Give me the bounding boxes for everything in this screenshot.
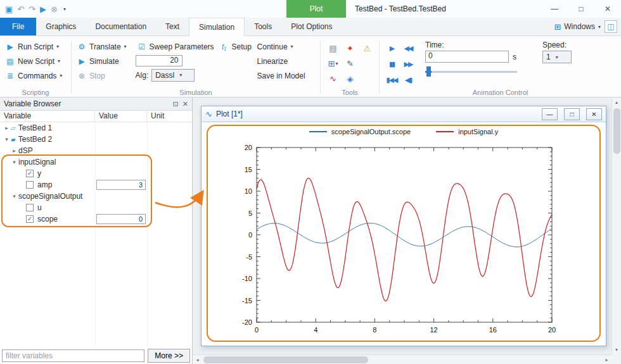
tree-row-y[interactable]: ✓y [0,168,192,179]
window-title: TestBed - TestBed.TestBed [355,0,446,18]
vertical-scroll-thumb[interactable] [613,108,620,154]
column-header-unit[interactable]: Unit [147,111,192,122]
setup-button[interactable]: t₁ Setup [217,39,255,54]
undo-icon[interactable]: ↶ [17,5,24,13]
svg-text:5: 5 [248,210,252,217]
tab-simulation[interactable]: Simulation [189,18,245,36]
plot-minimize-button[interactable]: — [542,108,558,120]
animation-forward-icon[interactable]: ▶▶ [400,56,416,72]
plot-tool-icon[interactable]: ∿ [324,71,342,86]
float-panel-icon[interactable]: ⊡ [173,100,179,108]
plot-close-button[interactable]: ✕ [586,108,602,120]
model-center-cube-icon[interactable]: ◈ [342,71,359,86]
animation-rewind-icon[interactable]: ◀◀ [400,41,416,56]
tab-text[interactable]: Text [156,18,189,35]
tree-row-u[interactable]: u [0,202,192,213]
plot-restore-button[interactable]: □ [564,108,580,120]
save-in-model-button[interactable]: Save in Model [255,68,317,83]
contextual-tab-plot[interactable]: Plot [286,0,346,18]
value-field-scope[interactable]: 0 [96,214,146,224]
column-header-variable[interactable]: Variable [0,111,95,122]
scroll-up-icon[interactable]: ▴ [615,97,618,107]
run-script-button[interactable]: ▶ Run Script ▾ [4,39,68,54]
algorithm-dropdown[interactable]: Dassl ▾ [151,69,195,82]
minimize-button[interactable]: — [541,0,568,18]
new-script-button[interactable]: ▤ New Script ▾ [4,54,68,68]
ribbon-group-scripting: ▶ Run Script ▾ ▤ New Script ▾ ≣ Commands… [0,38,71,97]
scroll-right-icon[interactable]: ▸ [602,357,611,363]
sweep-parameters-button[interactable]: ☑ Sweep Parameters [136,39,218,54]
close-button[interactable]: ✕ [594,0,621,18]
scroll-down-icon[interactable]: ▾ [615,345,618,355]
translate-button[interactable]: ⚙ Translate ▾ [75,39,136,54]
windows-menu[interactable]: ⊞ Windows ▾ [554,18,601,35]
commands-button[interactable]: ≣ Commands ▾ [4,68,68,83]
slider-thumb[interactable] [426,66,431,77]
horizontal-scroll-thumb[interactable] [203,356,368,363]
simulate-button[interactable]: ▶ Simulate [75,54,136,68]
svg-text:20: 20 [548,326,556,334]
checkbox-y[interactable]: ✓ [26,170,34,177]
column-header-value[interactable]: Value [95,111,147,122]
animation-time-slider[interactable] [425,66,517,77]
more-button[interactable]: More >> [148,349,190,363]
continue-button[interactable]: Continue ▾ [255,39,317,54]
tree-label: scopeSignalOutput [18,192,82,201]
stop-time-input[interactable]: 20 [136,55,182,66]
chevron-down-icon: ▾ [124,44,127,49]
tree-row-testbed-2[interactable]: ▾▰TestBed 2 [0,134,192,145]
expand-arrow-icon[interactable]: ▸ [10,147,18,154]
collapse-arrow-icon[interactable]: ▾ [10,193,18,199]
window-layout-icon[interactable]: ⊞▾ [324,56,342,71]
notebook-tool-icon[interactable]: ▤ [324,41,342,56]
speed-dropdown[interactable]: 1 ▾ [542,51,572,63]
animation-play-icon[interactable]: ▶ [383,41,400,56]
vertical-scrollbar[interactable]: ▴ ▾ [611,97,621,355]
scroll-left-icon[interactable]: ◂ [193,357,202,363]
tree-row-dsp[interactable]: ▸dSP [0,145,192,156]
filter-variables-input[interactable] [2,349,144,362]
checkbox-u[interactable] [26,204,34,211]
stop-quick-icon[interactable]: ⊗ [51,5,58,13]
stop-button[interactable]: ⊗ Stop [75,68,136,83]
animation-to-start-icon[interactable]: ▮◀◀ [383,72,400,88]
tree-row-amp[interactable]: amp3 [0,179,192,191]
mathematica-tool-icon[interactable]: ✦ [342,41,359,56]
expand-arrow-icon[interactable]: ▸ [3,125,11,131]
collapse-arrow-icon[interactable]: ▾ [3,136,11,142]
qat-customize-caret-icon[interactable]: ▾ [63,6,66,12]
tree-row-scope[interactable]: ✓scope0 [0,213,192,225]
maximize-button[interactable]: □ [568,0,594,18]
animation-step-icon[interactable]: ◀▮ [400,72,416,88]
collapse-arrow-icon[interactable]: ▾ [10,159,18,165]
warning-messages-icon[interactable]: ⚠ [359,41,376,56]
value-field-amp[interactable]: 3 [96,180,146,190]
group-label-simulation: Simulation [72,89,320,96]
plot-window[interactable]: ∿ Plot [1*] — □ ✕ scopeSignalOutput.scop… [201,106,606,346]
tab-file[interactable]: File [0,18,36,35]
ribbon-layout-icon[interactable]: ◫ [605,20,617,33]
tab-documentation[interactable]: Documentation [86,18,156,35]
tree-row-inputsignal[interactable]: ▾inputSignal [0,156,192,168]
new-script-label: New Script [18,57,54,66]
tab-graphics[interactable]: Graphics [36,18,86,35]
horizontal-scrollbar[interactable]: ◂ ▸ [193,355,611,364]
tree-row-testbed-1[interactable]: ▸▱TestBed 1 [0,122,192,134]
plot-legend: scopeSignalOutput.scope inputSignal.y [202,128,606,135]
commands-icon: ≣ [6,72,15,80]
edit-tool-icon[interactable]: ✎ [342,56,359,71]
tab-plot-options[interactable]: Plot Options [281,18,342,35]
checkbox-scope[interactable]: ✓ [26,215,34,223]
plot-window-titlebar[interactable]: ∿ Plot [1*] — □ ✕ [202,106,606,122]
stop-label: Stop [89,72,105,80]
checkbox-amp[interactable] [26,181,34,189]
tree-row-scopesignaloutput[interactable]: ▾scopeSignalOutput [0,191,192,202]
close-panel-icon[interactable]: ✕ [182,100,188,108]
save-icon[interactable]: ▣ [5,5,13,13]
redo-icon[interactable]: ↷ [29,5,35,13]
animation-pause-icon[interactable]: ▮▮ [383,56,400,72]
time-input[interactable]: 0 [425,51,509,63]
simulate-quick-icon[interactable]: ▶ [40,5,46,13]
linearize-button[interactable]: Linearize [255,54,317,68]
tab-tools[interactable]: Tools [245,18,281,35]
